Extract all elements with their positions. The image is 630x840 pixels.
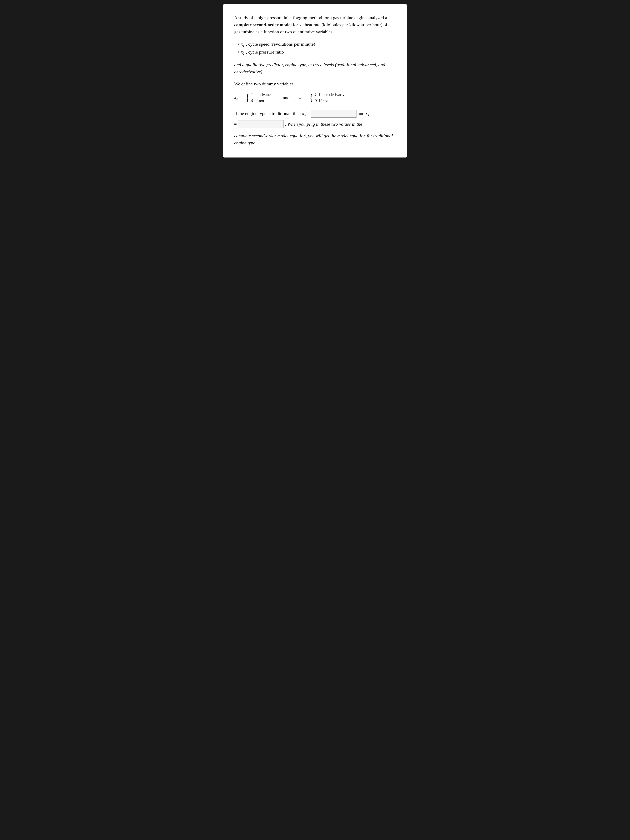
x4-equals: = (303, 95, 306, 100)
x3-case1: 1 if advanced (251, 92, 275, 98)
equals-sign: = (234, 122, 237, 127)
intro-text-2: for (292, 22, 299, 27)
x3-cases: 1 if advanced 0 if not (251, 92, 275, 104)
x4-case1-num: 1 (314, 92, 317, 97)
dummy-vars-row: x3 = { 1 if advanced 0 if not (234, 92, 396, 104)
y-variable: y (299, 22, 301, 27)
x1-description: , cycle speed (revolutions per minute) (246, 40, 315, 48)
engine-sentence-and: and x4 (358, 110, 369, 118)
x3-case1-text: if advanced (255, 92, 275, 97)
x4-case2-text: if not (319, 98, 328, 103)
document-page: A study of a high-pressure inlet fogging… (223, 4, 407, 158)
x3-answer-box[interactable] (311, 110, 357, 118)
x3-equals: = (240, 95, 242, 100)
x3-brace-block: { 1 if advanced 0 if not (245, 92, 275, 104)
x4-case2-num: 0 (314, 98, 317, 103)
when-plug-text: . When you plug in these two values in t… (285, 122, 362, 127)
intro-paragraph: A study of a high-pressure inlet fogging… (234, 14, 396, 35)
engine-equals-row: = . When you plug in these two values in… (234, 120, 396, 128)
x3-label: x3 (234, 95, 238, 101)
conclusion-paragraph: complete second-order model equation, yo… (234, 132, 396, 147)
x4-case1: 1 if aeroderivative (314, 92, 346, 98)
x4-brace-block: { 1 if aeroderivative 0 if not (309, 92, 346, 104)
list-item-x2: x2 , cycle pressure ratio (237, 48, 396, 56)
var-x1: x1 (241, 40, 245, 48)
x3-case2-text: if not (255, 98, 264, 103)
x4-definition: x4 = { 1 if aeroderivative 0 if not (298, 92, 346, 104)
x2-description: , cycle pressure ratio (246, 48, 284, 55)
qualitative-paragraph: and a qualitative predictor, engine type… (234, 61, 396, 76)
list-item-x1: x1 , cycle speed (revolutions per minute… (237, 40, 396, 48)
x3-case2-num: 0 (251, 98, 253, 103)
bold-term: complete second-order model (234, 22, 292, 27)
engine-sentence-equals: = (307, 110, 309, 117)
intro-text-1: A study of a high-pressure inlet fogging… (234, 15, 387, 20)
x4-label: x4 (298, 95, 302, 101)
x3-brace-icon: { (245, 93, 249, 102)
x4-brace-icon: { (309, 93, 313, 102)
and-connector: and (283, 95, 290, 100)
x4-cases: 1 if aeroderivative 0 if not (314, 92, 346, 104)
engine-type-sentence: If the engine type is traditional, then … (234, 110, 396, 118)
var-x2: x2 (241, 48, 245, 56)
dummy-variables-intro: We define two dummy variables (234, 81, 396, 87)
screen-container: A study of a high-pressure inlet fogging… (221, 0, 409, 199)
x4-answer-box[interactable] (238, 120, 284, 128)
x4-case1-text: if aeroderivative (319, 92, 346, 97)
engine-sentence-part1: If the engine type is traditional, then … (234, 110, 306, 118)
variable-list: x1 , cycle speed (revolutions per minute… (237, 40, 396, 56)
x3-case2: 0 if not (251, 98, 275, 104)
x3-case1-num: 1 (251, 92, 253, 97)
x4-case2: 0 if not (314, 98, 346, 104)
x3-definition: x3 = { 1 if advanced 0 if not (234, 92, 275, 104)
